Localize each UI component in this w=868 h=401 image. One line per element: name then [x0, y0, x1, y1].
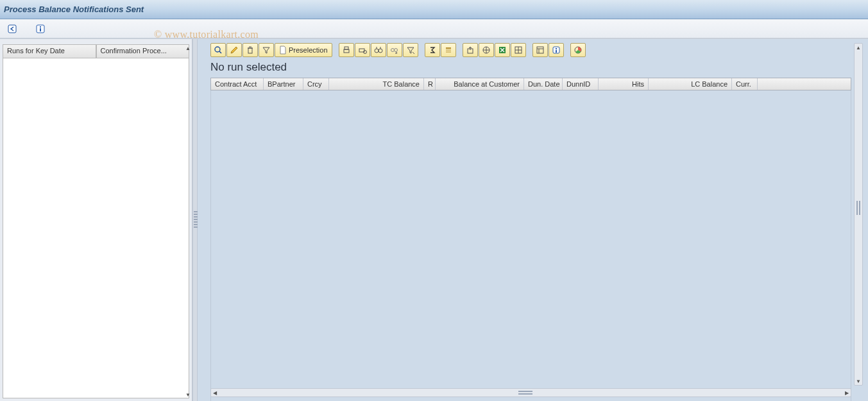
grid-col-header[interactable]: Balance at Customer — [436, 78, 524, 90]
graphics-button[interactable] — [570, 43, 586, 57]
scroll-up-icon[interactable]: ▲ — [184, 44, 192, 52]
svg-line-5 — [219, 51, 221, 53]
excel-icon — [498, 46, 507, 55]
right-vertical-scrollbar[interactable]: ▲ ▼ — [854, 43, 863, 386]
grid-col-header[interactable]: DunnID — [563, 78, 599, 90]
info-button-grid[interactable] — [549, 43, 564, 57]
left-columns-row: Runs for Key Date Confirmation Proce... — [3, 44, 189, 58]
subtotal-button[interactable] — [441, 43, 456, 57]
svg-point-13 — [375, 49, 379, 53]
trash-icon — [246, 46, 255, 55]
binoculars-icon — [374, 46, 383, 55]
svg-rect-10 — [345, 47, 348, 49]
grid-icon — [514, 46, 523, 55]
svg-point-18 — [394, 49, 397, 52]
status-message: No run selected — [198, 57, 868, 78]
svg-rect-2 — [40, 26, 41, 28]
magnifier-icon — [214, 46, 223, 55]
scroll-down-icon[interactable]: ▼ — [184, 391, 192, 398]
funnel-set-icon — [406, 46, 415, 55]
grid-col-header[interactable]: Hits — [599, 78, 649, 90]
svg-point-4 — [215, 47, 220, 52]
svg-rect-33 — [556, 48, 557, 49]
left-list-body[interactable] — [3, 58, 189, 398]
main-area: Runs for Key Date Confirmation Proce... … — [0, 38, 868, 401]
grid-col-header[interactable]: Crcy — [303, 78, 329, 90]
preselection-label: Preselection — [289, 46, 328, 54]
info-icon — [36, 24, 45, 33]
left-scrollbar[interactable]: ▲ ▼ — [184, 44, 192, 398]
grid-col-header[interactable]: TC Balance — [329, 78, 424, 90]
delete-button[interactable] — [243, 43, 258, 57]
printer-icon — [342, 46, 351, 55]
pencil-icon — [230, 46, 239, 55]
layout-button[interactable] — [532, 43, 548, 57]
grid-body[interactable] — [210, 90, 851, 401]
edit-button[interactable] — [226, 43, 242, 57]
details-button[interactable] — [210, 43, 226, 57]
views-button[interactable] — [479, 43, 494, 57]
svg-rect-0 — [8, 25, 16, 33]
excel-button[interactable] — [495, 43, 510, 57]
export-button[interactable] — [463, 43, 478, 57]
grid-button[interactable] — [511, 43, 526, 57]
grid-col-header[interactable]: Curr. — [732, 78, 758, 90]
left-panel: Runs for Key Date Confirmation Proce... … — [0, 39, 192, 401]
scroll-down-icon[interactable]: ▼ — [855, 377, 862, 385]
left-col-confirmation[interactable]: Confirmation Proce... — [96, 44, 190, 58]
scroll-right-icon[interactable]: ▶ — [843, 389, 851, 397]
grid-col-header[interactable]: LC Balance — [649, 78, 732, 90]
subtotal-icon — [444, 46, 453, 55]
sum-button[interactable] — [425, 43, 440, 57]
back-button[interactable] — [5, 22, 19, 36]
print-preview-icon — [358, 46, 367, 55]
filter-button[interactable] — [259, 43, 274, 57]
find-next-button[interactable] — [387, 43, 402, 57]
grid-col-header[interactable]: Dun. Date — [524, 78, 563, 90]
preselection-button[interactable]: Preselection — [275, 43, 332, 57]
title-bar: Process Balance Notifications Sent — [0, 0, 868, 19]
svg-point-14 — [379, 49, 382, 53]
left-col-runs[interactable]: Runs for Key Date — [3, 44, 96, 58]
grid-header-row: Contract AcctBPartnerCrcyTC BalanceRBala… — [210, 78, 851, 90]
export-icon — [466, 46, 475, 55]
scroll-grip-icon — [856, 201, 862, 215]
find-button[interactable] — [371, 43, 386, 57]
sigma-icon — [428, 46, 437, 55]
scroll-grip-icon — [518, 391, 532, 396]
binoculars-next-icon — [390, 46, 399, 55]
grid-col-header[interactable]: Contract Acct — [211, 78, 264, 90]
grid-col-header[interactable]: BPartner — [264, 78, 303, 90]
grid-toolbar: Preselection — [198, 39, 868, 57]
svg-point-17 — [391, 49, 394, 52]
vertical-splitter[interactable] — [192, 39, 198, 401]
svg-line-19 — [413, 52, 414, 54]
document-icon — [279, 46, 287, 55]
info-square-icon — [552, 46, 561, 55]
svg-rect-9 — [344, 49, 349, 53]
set-filter-button[interactable] — [403, 43, 418, 57]
grid-col-header[interactable]: R — [424, 78, 436, 90]
chart-icon — [574, 46, 583, 55]
info-button[interactable] — [33, 22, 47, 36]
right-panel: Preselection — [198, 39, 868, 401]
back-arrow-icon — [8, 24, 17, 33]
page-title: Process Balance Notifications Sent — [4, 4, 144, 14]
svg-rect-6 — [248, 48, 252, 53]
app-toolbar — [0, 19, 868, 38]
svg-rect-3 — [40, 28, 41, 31]
print-preview-button[interactable] — [355, 43, 370, 57]
print-button[interactable] — [339, 43, 354, 57]
layout-icon — [536, 46, 545, 55]
scroll-left-icon[interactable]: ◀ — [211, 389, 219, 397]
scroll-up-icon[interactable]: ▲ — [855, 44, 862, 51]
right-horizontal-scrollbar[interactable]: ◀ ▶ — [210, 388, 851, 397]
svg-rect-29 — [537, 47, 543, 53]
svg-rect-34 — [556, 50, 557, 53]
views-icon — [482, 46, 491, 55]
funnel-icon — [262, 46, 271, 55]
